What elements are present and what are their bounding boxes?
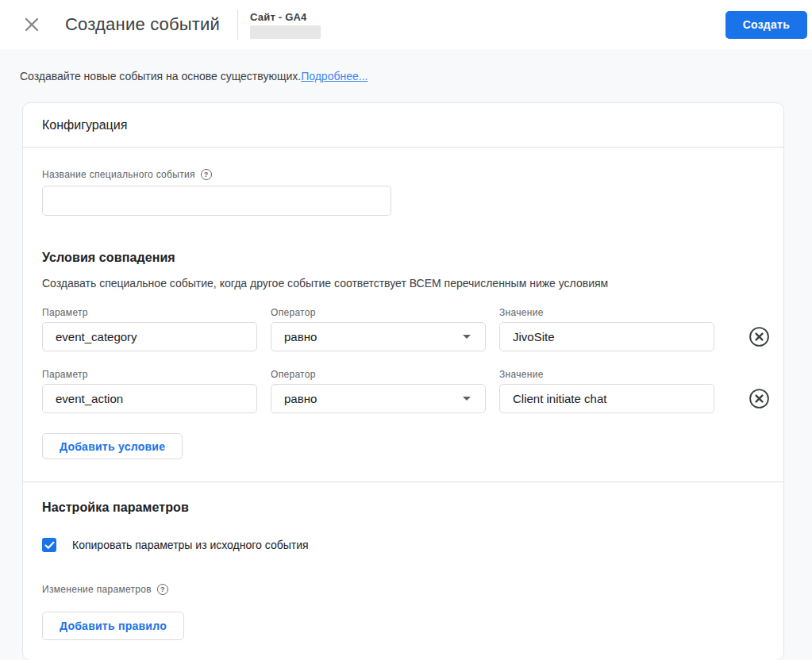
operator-value: равно [284, 330, 317, 343]
chevron-down-icon [463, 335, 471, 339]
event-name-label-row: Название специального события ? [42, 169, 764, 180]
close-icon [23, 16, 40, 33]
intro-text: Создавайте новые события на основе сущес… [0, 49, 812, 82]
parameters-title: Настройка параметров [42, 501, 764, 515]
operator-column: Оператор равно [271, 307, 486, 351]
help-icon[interactable]: ? [201, 169, 212, 180]
card-title: Конфигурация [23, 103, 783, 148]
modify-parameters-label: Изменение параметров [42, 584, 152, 595]
parameters-section: Настройка параметров Копировать параметр… [42, 501, 764, 640]
parameter-column: Параметр [42, 307, 257, 351]
chevron-down-icon [463, 397, 471, 401]
close-button[interactable] [16, 9, 48, 40]
create-button[interactable]: Создать [725, 11, 807, 39]
value-column: Значение [499, 369, 714, 413]
condition-row: Параметр Оператор равно Значение [42, 369, 764, 413]
add-condition-button[interactable]: Добавить условие [42, 433, 183, 459]
section-divider [23, 482, 783, 482]
event-name-label: Название специального события [42, 169, 195, 180]
value-label: Значение [499, 369, 714, 380]
remove-circle-x-icon [749, 326, 770, 347]
card-body: Название специального события ? Условия … [23, 169, 783, 660]
add-rule-button[interactable]: Добавить правило [42, 612, 184, 640]
parameter-label: Параметр [42, 369, 257, 380]
copy-parameters-checkbox[interactable] [42, 538, 56, 552]
configuration-card: Конфигурация Название специального событ… [22, 102, 784, 660]
modify-parameters-label-row: Изменение параметров ? [42, 584, 764, 595]
intro-description: Создавайте новые события на основе сущес… [20, 70, 301, 82]
operator-column: Оператор равно [271, 369, 486, 413]
value-label: Значение [499, 307, 714, 318]
checkmark-icon [44, 541, 55, 550]
remove-condition-button[interactable] [749, 387, 770, 409]
property-info: Сайт - GA4 [250, 11, 321, 39]
value-input[interactable] [499, 384, 714, 413]
parameter-label: Параметр [42, 307, 257, 318]
parameter-input[interactable] [42, 384, 257, 413]
value-input[interactable] [499, 322, 714, 351]
remove-circle-x-icon [749, 388, 770, 409]
page-title: Создание событий [65, 14, 220, 35]
conditions-description: Создавать специальное событие, когда дру… [42, 277, 764, 290]
event-name-section: Название специального события ? [42, 169, 764, 216]
header-divider [237, 10, 238, 40]
property-id-redacted [250, 25, 321, 39]
copy-parameters-row: Копировать параметры из исходного событи… [42, 538, 764, 552]
operator-select[interactable]: равно [271, 384, 486, 413]
operator-value: равно [284, 392, 317, 405]
parameter-input[interactable] [42, 322, 257, 351]
operator-select[interactable]: равно [271, 322, 486, 351]
value-column: Значение [499, 307, 714, 351]
copy-parameters-label: Копировать параметры из исходного событи… [72, 539, 309, 551]
help-icon[interactable]: ? [157, 584, 168, 595]
operator-label: Оператор [271, 307, 486, 318]
property-name: Сайт - GA4 [250, 11, 321, 23]
conditions-section: Условия совпадения Создавать специальное… [42, 251, 764, 459]
remove-condition-button[interactable] [749, 325, 770, 347]
operator-label: Оператор [271, 369, 486, 380]
dialog-header: Создание событий Сайт - GA4 Создать [0, 0, 812, 49]
conditions-title: Условия совпадения [42, 251, 764, 265]
condition-row: Параметр Оператор равно Значение [42, 307, 764, 351]
parameter-column: Параметр [42, 369, 257, 413]
event-name-input[interactable] [42, 186, 391, 216]
learn-more-link[interactable]: Подробнее... [301, 70, 368, 82]
